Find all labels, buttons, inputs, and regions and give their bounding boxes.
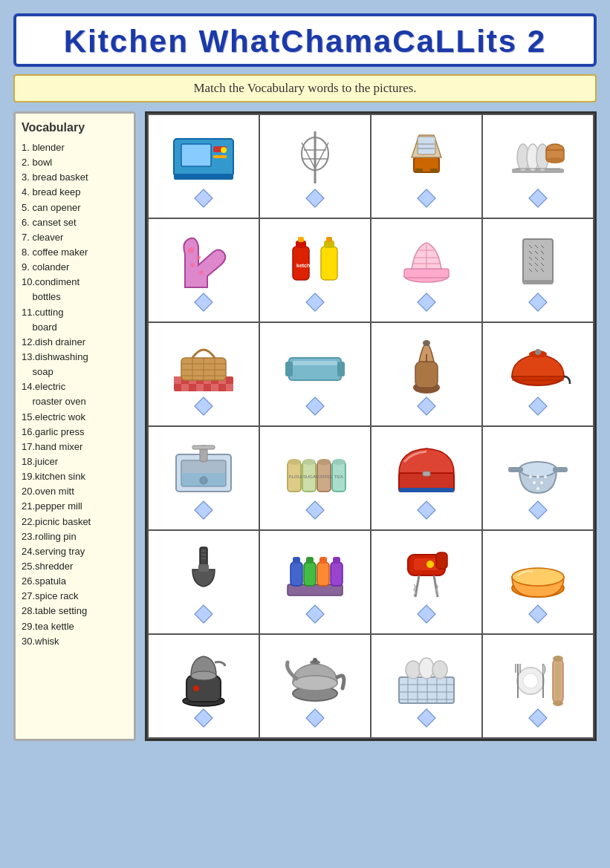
grid-cell-hand-mixer[interactable]: [371, 530, 482, 634]
grid-cell-dish-drainer[interactable]: [482, 114, 594, 218]
svg-rect-69: [226, 384, 233, 391]
svg-rect-79: [337, 362, 345, 376]
image-grid: ketchup: [145, 111, 597, 741]
grid-cell-oven-mitt[interactable]: [148, 218, 259, 322]
diamond-marker: [417, 293, 435, 311]
list-item: 15.electric wok: [22, 410, 128, 425]
list-item: 18.juicer: [22, 454, 128, 469]
grid-cell-spice-rack[interactable]: FLOUR SUGAR COFFEE: [259, 426, 371, 530]
svg-rect-94: [181, 473, 226, 486]
grid-cell-picnic-basket[interactable]: [148, 322, 259, 426]
grid-cell-tea-kettle[interactable]: [259, 634, 371, 738]
list-item: 26.spatula: [22, 574, 128, 589]
svg-point-111: [529, 475, 532, 478]
list-item: 10.condiment bottles: [22, 275, 128, 304]
grid-cell-shredder[interactable]: [482, 218, 594, 322]
grid-cell-coffee-maker[interactable]: [148, 634, 259, 738]
list-item: 2. bowl: [22, 155, 128, 170]
svg-rect-33: [298, 237, 304, 242]
page-wrapper: Kitchen WhatChamaCaLLits 2 Match the Voc…: [7, 7, 603, 747]
list-item: 24.serving tray: [22, 544, 128, 559]
svg-point-29: [190, 263, 195, 267]
diamond-marker: [305, 397, 324, 415]
svg-rect-127: [304, 562, 316, 586]
svg-rect-82: [415, 362, 438, 388]
svg-point-113: [544, 475, 547, 478]
list-item: 8. coffee maker: [22, 245, 128, 260]
list-item: 30.whisk: [22, 634, 128, 649]
grid-cell-spatula[interactable]: [148, 530, 259, 634]
svg-rect-39: [404, 269, 449, 278]
svg-rect-16: [430, 169, 438, 173]
svg-point-116: [536, 487, 539, 490]
list-item: 4. bread keep: [22, 185, 128, 200]
svg-point-99: [302, 459, 316, 465]
svg-text:ketchup: ketchup: [296, 263, 317, 269]
svg-line-136: [415, 575, 419, 597]
diamond-marker: [305, 189, 324, 207]
diamond-marker: [417, 500, 435, 519]
subtitle-box: Match the Vocabulary words to the pictur…: [13, 74, 597, 102]
svg-rect-34: [321, 247, 337, 280]
diamond-marker: [417, 189, 435, 207]
grid-cell-canset-set[interactable]: [259, 530, 371, 634]
grid-cell-bread-keep[interactable]: [371, 426, 482, 530]
svg-rect-108: [423, 471, 430, 476]
diamond-marker: [417, 708, 435, 727]
list-item: 3. bread basket: [22, 170, 128, 185]
svg-point-28: [196, 255, 201, 260]
grid-cell-condiment-bottles[interactable]: ketchup: [259, 218, 371, 322]
diamond-marker: [528, 189, 547, 207]
content-area: Vocabulary 1. blender 2. bowl 3. bread b…: [13, 111, 597, 741]
list-item: 25.shredder: [22, 559, 128, 574]
table-row: [148, 322, 594, 426]
diamond-marker: [528, 604, 547, 623]
grid-cell-colander[interactable]: [482, 426, 594, 530]
list-item: 13.dishwashing soap: [22, 350, 128, 379]
svg-rect-125: [291, 562, 302, 586]
svg-point-160: [432, 661, 447, 679]
diamond-marker: [305, 293, 324, 311]
diamond-marker: [417, 604, 435, 623]
diamond-marker: [528, 397, 547, 415]
svg-rect-131: [331, 562, 343, 586]
svg-point-148: [313, 658, 317, 662]
grid-cell-electric-wok[interactable]: [482, 322, 594, 426]
diamond-marker: [528, 708, 547, 727]
grid-cell-bowl[interactable]: [482, 530, 594, 634]
list-item: 28.table setting: [22, 604, 128, 619]
table-row: [148, 634, 594, 738]
diamond-marker: [528, 500, 547, 519]
list-item: 29.tea kettle: [22, 619, 128, 634]
grid-cell-blender[interactable]: [371, 114, 482, 218]
subtitle-text: Match the Vocabulary words to the pictur…: [193, 81, 416, 95]
svg-rect-44: [523, 239, 553, 284]
list-item: 20.oven mitt: [22, 484, 128, 499]
grid-cell-kitchen-sink[interactable]: [148, 426, 259, 530]
grid-cell-juicer[interactable]: [371, 218, 482, 322]
grid-cell-electric-roaster[interactable]: [148, 114, 259, 218]
svg-rect-118: [508, 467, 523, 472]
diamond-marker: [194, 708, 212, 727]
list-item: 11.cutting board: [22, 305, 128, 335]
list-item: 5. can opener: [22, 200, 128, 215]
page-title: Kitchen WhatChamaCaLLits 2: [16, 24, 594, 59]
svg-point-115: [540, 481, 543, 484]
list-item: 21.pepper mill: [22, 499, 128, 514]
svg-point-27: [188, 247, 194, 253]
grid-cell-whisk[interactable]: [259, 114, 371, 218]
svg-rect-117: [553, 467, 568, 472]
list-item: 27.spice rack: [22, 589, 128, 604]
svg-rect-80: [293, 361, 337, 365]
svg-rect-67: [196, 384, 204, 391]
grid-cell-dish-washer-rack[interactable]: [371, 634, 482, 738]
svg-rect-130: [319, 557, 327, 564]
grid-cell-table-setting-rolling-pin[interactable]: [482, 634, 594, 738]
grid-cell-pepper-mill[interactable]: [371, 322, 482, 426]
list-item: 12.dish drainer: [22, 335, 128, 350]
svg-line-8: [302, 143, 315, 169]
grid-cell-serving-tray[interactable]: [259, 322, 371, 426]
list-item: 6. canset set: [22, 215, 128, 230]
svg-point-140: [512, 568, 564, 586]
svg-point-83: [423, 340, 430, 346]
